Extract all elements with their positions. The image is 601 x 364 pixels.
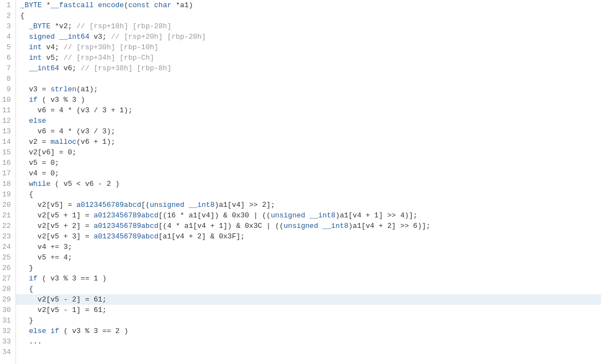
code-line-21: v2[v5 + 1] = a0123456789abcd[(16 * a1[v4…	[16, 210, 601, 221]
code-line-10: if ( v3 % 3 )	[16, 95, 601, 105]
code-line-15: v2[v6] = 0;	[16, 147, 601, 158]
code-line-24: v4 += 3;	[16, 242, 601, 252]
code-line-23: v2[v5 + 3] = a0123456789abcd[a1[v4 + 2] …	[16, 231, 601, 242]
code-line-22: v2[v5 + 2] = a0123456789abcd[(4 * a1[v4 …	[16, 221, 601, 231]
code-line-12: else	[16, 116, 601, 126]
code-line-33: ...	[16, 336, 601, 347]
code-line-28: {	[16, 284, 601, 294]
code-line-3: _BYTE *v2; // [rsp+18h] [rbp-28h]	[16, 21, 601, 32]
code-line-30: v2[v5 - 1] = 61;	[16, 305, 601, 315]
code-line-5: int v4; // [rsp+30h] [rbp-10h]	[16, 42, 601, 53]
code-line-13: v6 = 4 * (v3 / 3);	[16, 126, 601, 137]
code-line-6: int v5; // [rsp+34h] [rbp-Ch]	[16, 53, 601, 63]
code-line-7: __int64 v6; // [rsp+38h] [rbp-8h]	[16, 63, 601, 74]
code-line-4: signed __int64 v3; // [rsp+20h] [rbp-20h…	[16, 32, 601, 42]
code-line-29: v2[v5 - 2] = 61;	[16, 294, 601, 305]
code-editor: 1 2 3 4 5 6 7 8 9 10 11 12 13 14 15 16 1…	[0, 0, 601, 364]
code-line-20: v2[v5] = a0123456789abcd[(unsigned __int…	[16, 200, 601, 210]
code-line-8	[16, 74, 601, 84]
code-line-2: {	[16, 11, 601, 21]
code-line-32: else if ( v3 % 3 == 2 )	[16, 326, 601, 336]
line-numbers: 1 2 3 4 5 6 7 8 9 10 11 12 13 14 15 16 1…	[0, 0, 16, 364]
code-line-31: }	[16, 315, 601, 326]
code-line-26: }	[16, 263, 601, 273]
code-line-25: v5 += 4;	[16, 252, 601, 263]
code-line-19: {	[16, 189, 601, 200]
code-line-9: v3 = strlen(a1);	[16, 84, 601, 95]
code-line-14: v2 = malloc(v6 + 1);	[16, 137, 601, 147]
code-line-17: v4 = 0;	[16, 168, 601, 179]
code-line-16: v5 = 0;	[16, 158, 601, 168]
code-content[interactable]: _BYTE *__fastcall encode(const char *a1)…	[16, 0, 601, 364]
code-line-34	[16, 347, 601, 357]
code-line-1: _BYTE *__fastcall encode(const char *a1)	[16, 0, 601, 11]
code-line-18: while ( v5 < v6 - 2 )	[16, 179, 601, 189]
code-line-11: v6 = 4 * (v3 / 3 + 1);	[16, 105, 601, 116]
code-line-27: if ( v3 % 3 == 1 )	[16, 273, 601, 284]
